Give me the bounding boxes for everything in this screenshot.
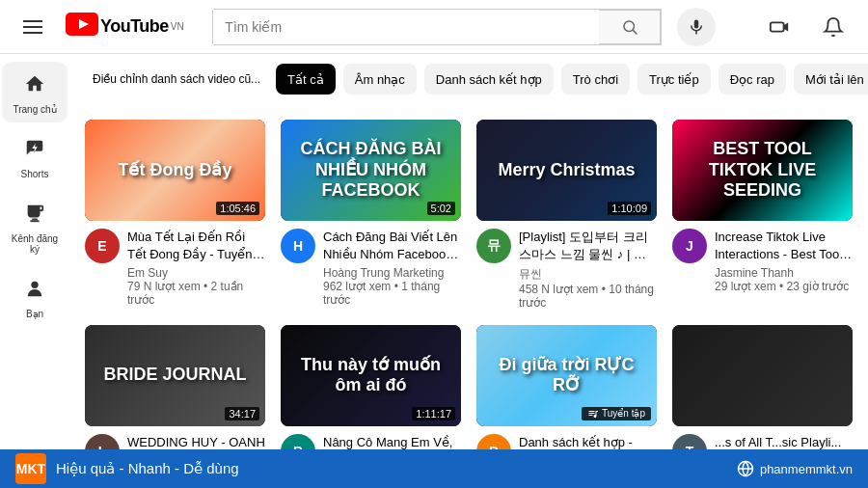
sidebar-label-2: Kênh đăng ký — [6, 233, 64, 255]
video-card-2[interactable]: CÁCH ĐĂNG BÀI NHIỀU NHÓM FACEBOOK5:02HCá… — [281, 120, 461, 310]
sidebar-item-shorts[interactable]: Shorts — [2, 126, 68, 187]
thumbnail-text-5: BRIDE JOURNAL — [95, 357, 254, 393]
video-info-3: [Playlist] 도입부터 크리스마스 느낌 물씬 ♪ | 감성 크리스마스… — [519, 229, 657, 309]
filter-chip-4[interactable]: Trò chơi — [561, 64, 630, 95]
video-card-1[interactable]: Tết Đong Đầy1:05:46EMùa Tết Lại Đến Rồi … — [85, 120, 265, 310]
svg-rect-8 — [32, 219, 38, 221]
video-thumbnail-1: Tết Đong Đầy1:05:46 — [85, 120, 265, 221]
hamburger-button[interactable] — [15, 9, 50, 45]
video-thumbnail-2: CÁCH ĐĂNG BÀI NHIỀU NHÓM FACEBOOK5:02 — [281, 120, 461, 221]
filter-chip-1[interactable]: Tất cả — [276, 64, 336, 95]
video-thumbnail-5: BRIDE JOURNAL34:17 — [85, 325, 265, 426]
navbar-center — [184, 8, 745, 46]
search-bar — [212, 9, 662, 45]
sidebar-icon-1 — [24, 138, 45, 165]
video-stats-4: 29 lượt xem • 23 giờ trước — [715, 280, 853, 293]
video-info-1: Mùa Tết Lại Đến Rồi Tết Đong Đầy - Tuyển… — [127, 229, 265, 306]
banner-url: phanmemmkt.vn — [760, 462, 853, 476]
svg-point-2 — [624, 21, 635, 32]
thumbnail-text-7: Đi giữa trời RỰC RỠ — [476, 347, 657, 404]
video-duration-6: 1:11:17 — [412, 407, 455, 420]
playlist-badge-7: Tuyển tập — [582, 407, 651, 420]
video-card-5[interactable]: BRIDE JOURNAL34:17LWEDDING HUY - OANHLit… — [85, 325, 265, 449]
video-thumbnail-8 — [672, 325, 853, 426]
video-info-4: Increase Tiktok Live Interactions - Best… — [715, 229, 853, 292]
video-card-4[interactable]: BEST TOOL TIKTOK LIVE SEEDINGJIncrease T… — [672, 120, 853, 310]
sidebar-label-1: Shorts — [21, 169, 49, 179]
thumbnail-text-6: Thu này tớ muốn ôm ai đó — [281, 347, 461, 404]
create-button[interactable] — [760, 8, 799, 46]
filter-chip-5[interactable]: Trực tiếp — [637, 64, 711, 95]
video-thumbnail-7: Đi giữa trời RỰC RỠTuyển tập — [476, 325, 657, 426]
channel-avatar-3: 뮤 — [476, 229, 511, 263]
filter-chip-7[interactable]: Mới tải lên gần đây — [794, 64, 868, 95]
video-meta-1: EMùa Tết Lại Đến Rồi Tết Đong Đầy - Tuyể… — [85, 229, 265, 306]
sidebar-item-bạn[interactable]: Bạn — [2, 266, 68, 327]
svg-point-10 — [31, 282, 38, 288]
filter-bar: Điều chỉnh danh sách video cũ...Tất cảÂm… — [69, 54, 868, 104]
video-info-7: Danh sách kết hợp - Nhạc phim Đi Giữa Tr… — [519, 434, 657, 449]
video-meta-4: JIncrease Tiktok Live Interactions - Bes… — [672, 229, 853, 292]
video-meta-7: BDanh sách kết hợp - Nhạc phim Đi Giữa T… — [476, 434, 657, 449]
video-meta-3: 뮤[Playlist] 도입부터 크리스마스 느낌 물씬 ♪ | 감성 크리스마… — [476, 229, 657, 309]
mic-button[interactable] — [677, 8, 716, 46]
video-stats-1: 79 N lượt xem • 2 tuần trước — [127, 280, 265, 307]
sidebar-item-trang-chủ[interactable]: Trang chủ — [2, 62, 68, 122]
navbar-right — [760, 8, 853, 46]
video-channel-4: Jasmine Thanh — [715, 266, 853, 280]
search-input[interactable] — [213, 10, 599, 44]
video-channel-1: Em Suy — [127, 266, 265, 280]
video-meta-8: T...s of All T...sic Playli...Timeless M… — [672, 434, 853, 449]
filter-chip-2[interactable]: Âm nhạc — [343, 64, 417, 95]
video-card-7[interactable]: Đi giữa trời RỰC RỠTuyển tậpBDanh sách k… — [476, 325, 657, 449]
video-card-3[interactable]: Merry Christmas1:10:09뮤[Playlist] 도입부터 크… — [476, 120, 657, 310]
notifications-button[interactable] — [814, 8, 853, 46]
video-duration-5: 34:17 — [225, 407, 259, 420]
video-duration-3: 1:10:09 — [608, 202, 651, 215]
video-title-6: Nâng Cô Mang Em Về, Như Anh Đã Thấy Em, … — [323, 434, 461, 449]
navbar-left: YouTubeVN — [15, 9, 184, 45]
logo[interactable]: YouTubeVN — [66, 13, 184, 41]
sidebar-item-kênh-đăng-ký[interactable]: Kênh đăng ký — [2, 191, 68, 262]
svg-rect-6 — [771, 22, 784, 31]
video-duration-2: 5:02 — [427, 202, 455, 215]
filter-chip-6[interactable]: Đọc rap — [719, 64, 786, 95]
video-card-8[interactable]: T...s of All T...sic Playli...Timeless M… — [672, 325, 853, 449]
video-title-1: Mùa Tết Lại Đến Rồi Tết Đong Đầy - Tuyển… — [127, 229, 265, 263]
video-title-2: Cách Đăng Bài Viết Lên Nhiều Nhóm Facebo… — [323, 229, 461, 263]
video-title-3: [Playlist] 도입부터 크리스마스 느낌 물씬 ♪ | 감성 크리스마스… — [519, 229, 657, 263]
video-title-8: ...s of All T...sic Playli... — [715, 434, 853, 449]
video-channel-2: Hoàng Trung Marketing — [323, 266, 461, 280]
thumbnail-text-2: CÁCH ĐĂNG BÀI NHIỀU NHÓM FACEBOOK — [281, 131, 461, 209]
thumbnail-text-1: Tết Đong Đầy — [111, 152, 240, 189]
video-card-6[interactable]: Thu này tớ muốn ôm ai đó1:11:17BNâng Cô … — [281, 325, 461, 449]
banner-left: MKT Hiệu quả - Nhanh - Dễ dùng — [15, 453, 239, 484]
filter-chip-0[interactable]: Điều chỉnh danh sách video cũ... — [85, 64, 268, 95]
video-duration-1: 1:05:46 — [216, 202, 259, 215]
channel-avatar-6: B — [281, 434, 315, 449]
svg-rect-4 — [694, 19, 699, 28]
video-channel-3: 뮤씬 — [519, 266, 657, 283]
video-thumbnail-6: Thu này tớ muốn ôm ai đó1:11:17 — [281, 325, 461, 426]
video-title-7: Danh sách kết hợp - Nhạc phim Đi Giữa Tr… — [519, 434, 657, 449]
video-info-8: ...s of All T...sic Playli...Timeless Mu… — [715, 434, 853, 449]
channel-avatar-2: H — [281, 229, 315, 263]
video-meta-5: LWEDDING HUY - OANHLittleLove Studio90 l… — [85, 434, 265, 449]
video-stats-2: 962 lượt xem • 1 tháng trước — [323, 280, 461, 307]
channel-avatar-7: B — [476, 434, 511, 449]
logo-vn: VN — [171, 21, 184, 32]
main-content: Tết Đong Đầy1:05:46EMùa Tết Lại Đến Rồi … — [69, 104, 868, 449]
video-title-4: Increase Tiktok Live Interactions - Best… — [715, 229, 853, 263]
video-meta-6: BNâng Cô Mang Em Về, Như Anh Đã Thấy Em,… — [281, 434, 461, 449]
channel-avatar-5: L — [85, 434, 120, 449]
video-thumbnail-4: BEST TOOL TIKTOK LIVE SEEDING — [672, 120, 853, 221]
video-meta-2: HCách Đăng Bài Viết Lên Nhiều Nhóm Faceb… — [281, 229, 461, 306]
logo-text: YouTube — [100, 16, 169, 37]
filter-chip-3[interactable]: Danh sách kết hợp — [424, 64, 554, 95]
svg-line-3 — [633, 30, 637, 34]
sidebar-label-0: Trang chủ — [13, 104, 56, 115]
search-button[interactable] — [599, 10, 661, 44]
video-stats-3: 458 N lượt xem • 10 tháng trước — [519, 283, 657, 310]
channel-avatar-1: E — [85, 229, 120, 263]
banner-right: phanmemmkt.vn — [737, 460, 853, 477]
